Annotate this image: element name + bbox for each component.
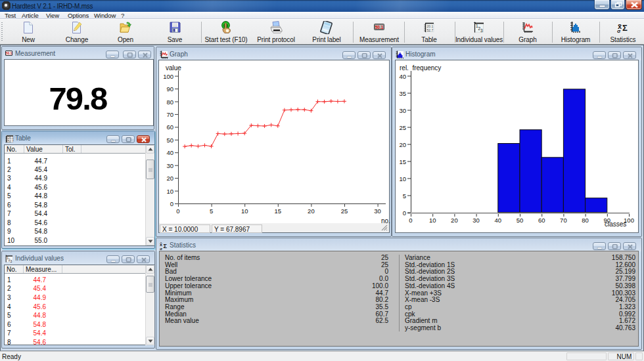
svg-text:σ: σ [160, 247, 162, 251]
svg-text:Σ: Σ [164, 243, 168, 249]
svg-text:3: 3 [10, 259, 12, 263]
svg-text:σ: σ [617, 28, 621, 34]
svg-text:52.7: 52.7 [427, 28, 434, 32]
svg-text:50.1: 50.1 [6, 51, 12, 55]
svg-text:50.1: 50.1 [375, 25, 384, 30]
svg-text:Σ: Σ [622, 23, 628, 33]
svg-text:3: 3 [480, 28, 483, 33]
svg-text:52.7: 52.7 [8, 140, 14, 143]
